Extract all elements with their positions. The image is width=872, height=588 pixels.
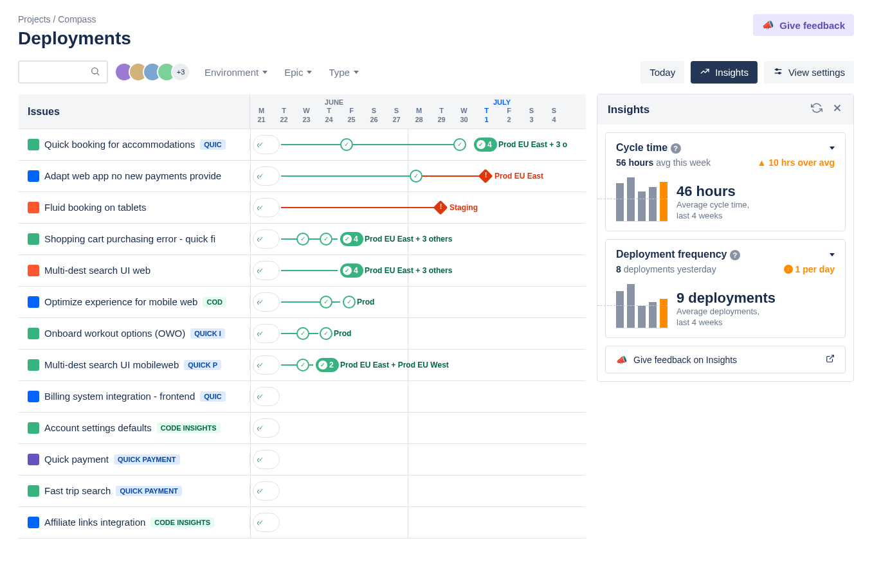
refresh-icon[interactable] (811, 102, 822, 117)
deployment-node[interactable]: ✓ (453, 138, 466, 151)
give-feedback-button[interactable]: 📣 Give feedback (753, 14, 854, 36)
issue-title: Onboard workout options (OWO) (44, 328, 185, 339)
deployment-count-badge[interactable]: ✓4 (474, 138, 497, 152)
deployment-node[interactable]: ✓ (320, 296, 332, 308)
scroll-left-button[interactable]: ‹✓ (253, 261, 280, 280)
search-icon (90, 66, 100, 78)
issue-row[interactable]: Multi-dest search UI web‹✓✓4Prod EU East… (19, 255, 586, 287)
epic-tag[interactable]: CODE INSIGHTS (150, 517, 214, 528)
issue-title: Adapt web app no new payments provide (44, 170, 221, 181)
month-july: JULY (418, 98, 586, 106)
chart-icon (700, 66, 710, 78)
issue-type-icon (28, 202, 39, 213)
external-link-icon (826, 354, 835, 365)
epic-tag[interactable]: QUICK P (184, 360, 221, 370)
epic-tag[interactable]: QUIC (200, 139, 226, 150)
epic-filter[interactable]: Epic (282, 63, 314, 82)
deployment-frequency-chart (616, 283, 668, 328)
search-input[interactable] (18, 60, 108, 84)
view-settings-button[interactable]: View settings (764, 61, 854, 84)
scroll-left-button[interactable]: ‹✓ (253, 324, 280, 343)
scroll-left-button[interactable]: ‹✓ (253, 513, 280, 532)
issue-row[interactable]: Account settings defaultsCODE INSIGHTS‹✓ (19, 413, 586, 444)
deployment-node[interactable]: ✓ (320, 327, 332, 340)
scroll-left-button[interactable]: ‹✓ (253, 387, 280, 406)
deployment-line (281, 270, 338, 271)
svg-point-4 (776, 69, 778, 71)
epic-tag[interactable]: CODE INSIGHTS (157, 423, 221, 433)
environment-label: Prod EU East + 3 o (498, 140, 567, 149)
epic-tag[interactable]: QUICK PAYMENT (116, 486, 181, 496)
chart-bar (638, 306, 646, 328)
issue-row[interactable]: Quick booking for accommodationsQUIC‹✓✓✓… (19, 129, 586, 161)
deployment-node[interactable]: ✓ (296, 359, 309, 371)
issue-title: Multi-dest search UI web (44, 265, 150, 276)
issue-type-icon (28, 170, 39, 182)
deployment-frequency-card[interactable]: Deployment frequency ? 8 deployments yes… (605, 239, 846, 338)
scroll-left-button[interactable]: ‹✓ (253, 135, 280, 154)
issue-row[interactable]: Billing system integration - frontendQUI… (19, 381, 586, 413)
deployment-error-icon[interactable] (478, 168, 493, 183)
chart-bar (627, 284, 635, 328)
scroll-left-button[interactable]: ‹✓ (253, 481, 280, 501)
month-june: JUNE (250, 98, 418, 106)
insights-button[interactable]: Insights (691, 61, 758, 84)
deployment-node[interactable]: ✓ (296, 327, 309, 340)
issue-row[interactable]: Shopping cart purchasing error - quick f… (19, 224, 586, 255)
deployment-node[interactable]: ✓ (340, 138, 353, 151)
deployment-count-badge[interactable]: ✓4 (340, 263, 363, 278)
issue-type-icon (28, 139, 39, 150)
environment-filter[interactable]: Environment (202, 63, 270, 82)
type-filter[interactable]: Type (326, 63, 361, 82)
calendar-day: T1 (475, 106, 498, 129)
calendar-day: F2 (498, 106, 520, 129)
breadcrumb[interactable]: Projects / Compass (18, 14, 131, 24)
scroll-left-button[interactable]: ‹✓ (253, 292, 280, 312)
today-button[interactable]: Today (640, 61, 684, 84)
scroll-left-button[interactable]: ‹✓ (253, 450, 280, 469)
issue-row[interactable]: Fluid booking on tablets‹✓Staging (19, 192, 586, 224)
deployment-node[interactable]: ✓ (320, 233, 332, 245)
help-icon[interactable]: ? (671, 143, 681, 154)
close-icon[interactable] (831, 102, 843, 117)
deployment-count-badge[interactable]: ✓2 (316, 358, 339, 372)
epic-tag[interactable]: QUIC (200, 391, 226, 402)
calendar-day: S4 (543, 106, 565, 129)
check-icon: ✓ (257, 329, 266, 338)
check-icon: ✓ (257, 486, 266, 495)
help-icon[interactable]: ? (730, 250, 740, 260)
issue-row[interactable]: Quick paymentQUICK PAYMENT‹✓ (19, 444, 586, 476)
issue-row[interactable]: Multi-dest search UI mobilewebQUICK P‹✓✓… (19, 350, 586, 381)
chevron-down-icon (354, 71, 359, 74)
breadcrumb-parent[interactable]: Projects (18, 14, 51, 24)
check-icon: ✓ (477, 140, 486, 149)
issue-title: Optimize experience for mobile web (44, 296, 197, 307)
issue-row[interactable]: Onboard workout options (OWO)QUICK I‹✓✓✓… (19, 318, 586, 350)
scroll-left-button[interactable]: ‹✓ (253, 166, 280, 186)
deployment-node[interactable]: ✓ (296, 233, 309, 245)
scroll-left-button[interactable]: ‹✓ (253, 198, 280, 217)
issue-row[interactable]: Optimize experience for mobile webCOD‹✓✓… (19, 287, 586, 318)
issue-row[interactable]: Affiliate links integrationCODE INSIGHTS… (19, 507, 586, 539)
chart-bar (649, 187, 657, 221)
deployment-count-badge[interactable]: ✓4 (340, 232, 363, 246)
issue-row[interactable]: Adapt web app no new payments provide‹✓✓… (19, 161, 586, 192)
epic-tag[interactable]: QUICK PAYMENT (114, 454, 179, 465)
issue-row[interactable]: Fast trip searchQUICK PAYMENT‹✓ (19, 476, 586, 507)
check-icon: ✓ (257, 203, 266, 212)
epic-tag[interactable]: QUICK I (190, 328, 225, 339)
check-icon: ✓ (257, 361, 266, 370)
scroll-left-button[interactable]: ‹✓ (253, 418, 280, 438)
deployment-error-icon[interactable] (433, 200, 448, 215)
check-icon: ✓ (257, 140, 266, 149)
epic-tag[interactable]: COD (203, 297, 226, 307)
deployment-node[interactable]: ✓ (343, 296, 356, 308)
scroll-left-button[interactable]: ‹✓ (253, 355, 280, 375)
scroll-left-button[interactable]: ‹✓ (253, 229, 280, 249)
assignee-avatars[interactable]: +3 (120, 62, 190, 82)
check-icon: ✓ (318, 361, 327, 370)
check-icon: ✓ (257, 518, 266, 527)
cycle-time-card[interactable]: Cycle time ? 56 hours avg this week ▲10 … (605, 132, 846, 231)
deployment-node[interactable]: ✓ (410, 170, 422, 183)
insights-feedback-button[interactable]: 📣 Give feedback on Insights (605, 346, 846, 373)
